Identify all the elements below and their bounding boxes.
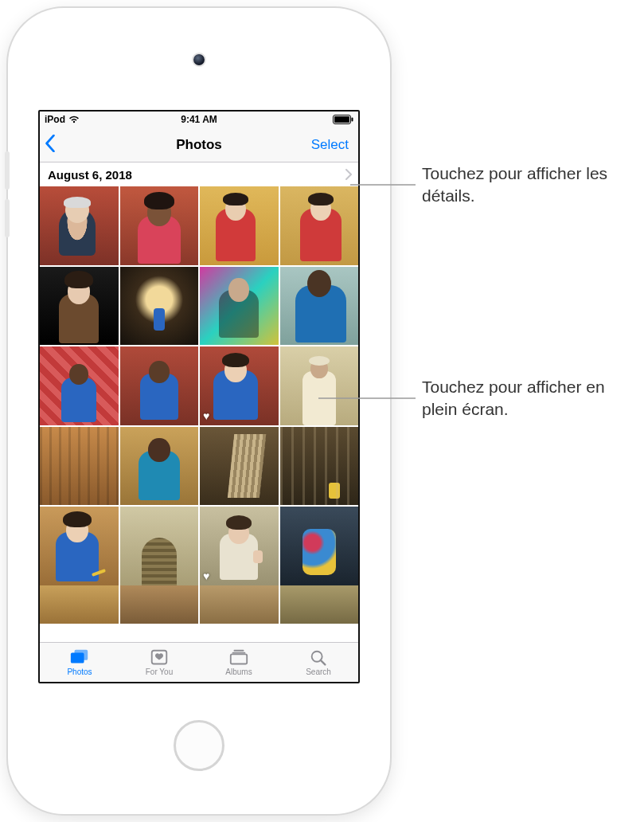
photo-thumbnail[interactable] — [40, 585, 119, 624]
photo-thumbnail[interactable] — [120, 427, 199, 506]
photo-thumbnail[interactable] — [280, 186, 359, 265]
volume-up-button — [5, 151, 10, 190]
carrier-label: iPod — [45, 114, 65, 125]
photo-thumbnail[interactable]: ♥ — [200, 346, 279, 425]
device-bezel-top — [8, 8, 390, 110]
svg-rect-1 — [334, 116, 349, 123]
tab-label: Photos — [67, 667, 92, 676]
photo-thumbnail[interactable] — [120, 186, 199, 265]
volume-down-button — [5, 199, 10, 237]
photo-thumbnail[interactable] — [40, 346, 119, 425]
nav-bar: Photos Select — [40, 127, 358, 162]
chevron-left-icon — [45, 135, 56, 155]
photo-thumbnail[interactable] — [40, 267, 119, 346]
tab-albums[interactable]: Albums — [199, 643, 279, 682]
photo-thumbnail[interactable] — [280, 267, 359, 346]
svg-rect-2 — [352, 118, 353, 122]
photo-grid: ♥ ♥ — [40, 186, 358, 585]
search-tab-icon — [308, 648, 329, 666]
for-you-tab-icon — [149, 648, 170, 666]
wifi-icon — [68, 115, 80, 123]
back-button[interactable] — [45, 127, 56, 162]
svg-rect-8 — [233, 650, 244, 652]
select-button[interactable]: Select — [311, 127, 349, 162]
photo-thumbnail[interactable] — [120, 346, 199, 425]
tab-search[interactable]: Search — [279, 643, 358, 682]
battery-icon — [333, 115, 353, 124]
heart-icon: ♥ — [203, 570, 209, 582]
photo-thumbnail[interactable] — [280, 427, 359, 506]
callout-fullscreen: Touchez pour afficher en plein écran. — [422, 376, 644, 421]
section-header[interactable]: August 6, 2018 — [40, 162, 358, 186]
tab-label: Search — [306, 667, 331, 676]
photo-thumbnail[interactable] — [120, 267, 199, 346]
photo-thumbnail[interactable] — [200, 186, 279, 265]
callout-details: Touchez pour afficher les détails. — [422, 162, 644, 208]
photo-thumbnail[interactable] — [120, 585, 199, 624]
photo-thumbnail[interactable]: ♥ — [200, 507, 279, 585]
photos-tab-icon — [69, 648, 90, 666]
tab-bar: Photos For You Albums Search — [40, 642, 358, 682]
status-bar: iPod 9:41 AM — [40, 112, 358, 127]
photo-thumbnail[interactable] — [40, 427, 119, 506]
photo-thumbnail[interactable] — [200, 585, 279, 624]
photo-thumbnail[interactable] — [200, 267, 279, 346]
tab-label: For You — [146, 667, 173, 676]
section-date: August 6, 2018 — [48, 168, 132, 182]
photo-thumbnail[interactable] — [280, 585, 359, 624]
front-camera — [193, 54, 205, 65]
svg-rect-4 — [74, 650, 88, 660]
nav-title: Photos — [176, 137, 222, 153]
photo-thumbnail[interactable] — [40, 186, 119, 265]
photo-thumbnail[interactable] — [200, 427, 279, 506]
svg-rect-7 — [232, 652, 246, 654]
photo-thumbnail[interactable] — [120, 507, 199, 585]
tab-for-you[interactable]: For You — [119, 643, 199, 682]
photo-thumbnail[interactable] — [40, 507, 119, 585]
tab-label: Albums — [225, 667, 252, 676]
home-button — [174, 720, 224, 771]
photo-thumbnail[interactable] — [280, 346, 359, 425]
device-bezel-bottom — [8, 683, 390, 814]
svg-rect-6 — [231, 654, 247, 663]
albums-tab-icon — [228, 648, 249, 666]
tab-photos[interactable]: Photos — [40, 643, 119, 682]
screen: iPod 9:41 AM Photos Select — [38, 110, 360, 683]
ipod-device-frame: iPod 9:41 AM Photos Select — [8, 8, 390, 814]
heart-icon: ♥ — [203, 409, 209, 422]
photo-scroll-area[interactable]: August 6, 2018 ♥ — [40, 162, 358, 642]
photo-thumbnail[interactable] — [280, 507, 359, 585]
photo-grid-partial — [40, 585, 358, 624]
clock-label: 9:41 AM — [181, 114, 217, 125]
svg-line-10 — [321, 660, 326, 665]
